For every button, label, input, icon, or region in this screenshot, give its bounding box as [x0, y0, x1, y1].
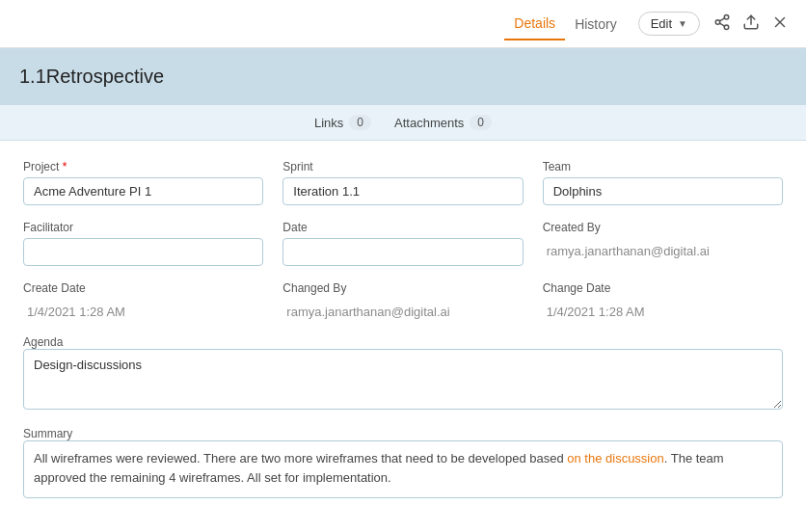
agenda-label: Agenda: [23, 335, 63, 349]
date-group: Date: [282, 221, 523, 266]
team-input[interactable]: [543, 177, 783, 205]
top-bar: Details History Edit ▼: [0, 0, 806, 48]
team-group: Team: [543, 160, 783, 205]
page-title: 1.1Retrospective: [19, 66, 787, 88]
create-date-value: 1/4/2021 1:28 AM: [23, 299, 263, 319]
attachments-count: 0: [470, 115, 492, 130]
share-icon[interactable]: [708, 10, 737, 39]
form-row-3: Create Date 1/4/2021 1:28 AM Changed By …: [23, 281, 783, 319]
created-by-value: ramya.janarthanan@digital.ai: [543, 238, 783, 258]
links-count: 0: [349, 115, 371, 130]
create-date-label: Create Date: [23, 281, 263, 295]
title-area: 1.1Retrospective: [0, 48, 806, 105]
agenda-textarea[interactable]: [23, 349, 783, 410]
sprint-group: Sprint: [282, 160, 523, 205]
form-row-2: Facilitator Date Created By ramya.janart…: [23, 221, 783, 266]
changed-by-group: Changed By ramya.janarthanan@digital.ai: [282, 281, 523, 319]
form-row-1: Project * Sprint Team: [23, 160, 783, 205]
date-input[interactable]: [282, 238, 523, 266]
facilitator-label: Facilitator: [23, 221, 263, 234]
project-label: Project *: [23, 160, 263, 173]
required-marker: *: [63, 160, 67, 173]
tab-details[interactable]: Details: [504, 8, 565, 40]
changed-by-label: Changed By: [282, 281, 523, 295]
edit-button[interactable]: Edit ▼: [638, 12, 700, 36]
edit-label: Edit: [651, 16, 672, 31]
change-date-label: Change Date: [543, 281, 783, 295]
summary-block: Summary All wireframes were reviewed. Th…: [23, 426, 783, 498]
change-date-value: 1/4/2021 1:28 AM: [543, 299, 783, 319]
export-icon[interactable]: [737, 10, 766, 39]
sprint-label: Sprint: [282, 160, 523, 173]
changed-by-value: ramya.janarthanan@digital.ai: [282, 299, 523, 319]
summary-text-before: All wireframes were reviewed. There are …: [34, 451, 567, 466]
team-label: Team: [543, 160, 783, 173]
links-bar: Links 0 Attachments 0: [0, 105, 806, 141]
close-icon[interactable]: [766, 10, 794, 39]
date-label: Date: [282, 221, 523, 234]
summary-text: All wireframes were reviewed. There are …: [23, 440, 783, 498]
links-label: Links: [314, 116, 343, 130]
summary-highlight: on the discussion: [567, 451, 663, 466]
created-by-group: Created By ramya.janarthanan@digital.ai: [543, 221, 783, 266]
project-input[interactable]: [23, 177, 263, 205]
facilitator-input[interactable]: [23, 238, 263, 266]
sprint-input[interactable]: [282, 177, 523, 205]
content-area: Project * Sprint Team Facilitator Date C…: [0, 141, 806, 530]
attachments-label: Attachments: [394, 116, 464, 130]
agenda-block: Agenda: [23, 334, 783, 412]
top-tabs: Details History: [504, 8, 626, 40]
tab-history[interactable]: History: [565, 9, 627, 40]
project-group: Project *: [23, 160, 263, 205]
facilitator-group: Facilitator: [23, 221, 263, 266]
create-date-group: Create Date 1/4/2021 1:28 AM: [23, 281, 263, 319]
links-item[interactable]: Links 0: [314, 115, 371, 130]
created-by-label: Created By: [543, 221, 783, 234]
svg-line-3: [719, 23, 724, 26]
summary-label: Summary: [23, 427, 72, 440]
change-date-group: Change Date 1/4/2021 1:28 AM: [543, 281, 783, 319]
attachments-item[interactable]: Attachments 0: [394, 115, 492, 130]
svg-line-4: [719, 17, 724, 20]
chevron-down-icon: ▼: [678, 18, 687, 29]
